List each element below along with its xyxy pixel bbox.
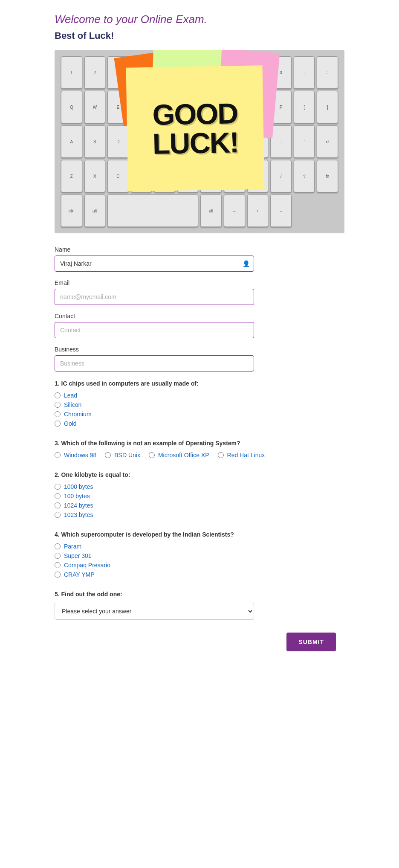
option-gold-label: Gold xyxy=(64,420,77,427)
page-header: Welcome to your Online Exam. Best of Luc… xyxy=(55,13,344,41)
radio-crayymp[interactable] xyxy=(55,572,61,578)
option-msoffice[interactable]: Microsoft Office XP xyxy=(149,452,209,459)
welcome-title: Welcome to your Online Exam. xyxy=(55,13,344,26)
key: ⇧ xyxy=(294,160,315,192)
radio-gold[interactable] xyxy=(55,421,61,427)
radio-100bytes[interactable] xyxy=(55,493,61,499)
question-2-text: 2. One kilobyte is equal to: xyxy=(55,471,344,478)
key: A xyxy=(61,125,82,158)
question-5-text: 5. Find out the odd one: xyxy=(55,591,344,598)
option-1023bytes[interactable]: 1023 bytes xyxy=(55,511,344,518)
radio-bsdunix[interactable] xyxy=(105,452,111,458)
question-2-options: 1000 bytes 100 bytes 1024 bytes 1023 byt… xyxy=(55,483,344,518)
key: ' xyxy=(294,125,315,158)
key: X xyxy=(84,160,106,192)
email-label: Email xyxy=(55,279,344,286)
key: Z xyxy=(61,160,82,192)
key: = xyxy=(317,56,338,89)
key: / xyxy=(270,160,292,192)
key: D xyxy=(107,125,129,158)
key: 1 xyxy=(61,56,82,89)
option-compaqpresario[interactable]: Compaq Presario xyxy=(55,562,344,569)
option-windows98[interactable]: Windows 98 xyxy=(55,452,96,459)
question-1-block: 1. IC chips used in computers are usuall… xyxy=(55,380,344,427)
radio-1024bytes[interactable] xyxy=(55,502,61,508)
questions-section: 1. IC chips used in computers are usuall… xyxy=(55,380,344,620)
radio-lead[interactable] xyxy=(55,392,61,398)
name-input[interactable] xyxy=(55,255,254,272)
option-windows98-label: Windows 98 xyxy=(64,452,96,459)
contact-label: Contact xyxy=(55,313,344,319)
question-5-select[interactable]: Please select your answer xyxy=(55,603,254,620)
submit-button[interactable]: SUBMIT xyxy=(286,633,336,651)
key: ctrl xyxy=(61,195,82,227)
key: ] xyxy=(317,91,338,123)
option-chromium-label: Chromium xyxy=(64,411,92,418)
radio-super301[interactable] xyxy=(55,553,61,559)
option-compaqpresario-label: Compaq Presario xyxy=(64,562,110,569)
question-3-block: 3. Which of the following is not an exam… xyxy=(55,440,344,459)
name-field-group: Name 👤 xyxy=(55,246,344,272)
option-lead-label: Lead xyxy=(64,392,77,399)
question-1-options: Lead Silicon Chromium Gold xyxy=(55,392,344,427)
business-field-group: Business xyxy=(55,346,344,372)
option-bsdunix[interactable]: BSD Unix xyxy=(105,452,140,459)
option-crayymp[interactable]: CRAY YMP xyxy=(55,571,344,578)
registration-form: Name 👤 Email Contact Business xyxy=(55,246,344,372)
option-1024bytes[interactable]: 1024 bytes xyxy=(55,502,344,509)
question-4-text: 4. Which supercomputer is developed by t… xyxy=(55,531,344,538)
option-super301[interactable]: Super 301 xyxy=(55,552,344,559)
option-1023bytes-label: 1023 bytes xyxy=(64,511,93,518)
option-msoffice-label: Microsoft Office XP xyxy=(158,452,209,459)
question-2-block: 2. One kilobyte is equal to: 1000 bytes … xyxy=(55,471,344,518)
radio-compaqpresario[interactable] xyxy=(55,562,61,568)
option-1000bytes[interactable]: 1000 bytes xyxy=(55,483,344,490)
option-bsdunix-label: BSD Unix xyxy=(114,452,140,459)
radio-silicon[interactable] xyxy=(55,402,61,408)
radio-chromium[interactable] xyxy=(55,411,61,417)
hero-image: 1 2 3 4 5 6 7 8 9 0 - = Q W E R T Y U I xyxy=(55,50,344,233)
best-luck-text: Best of Luck! xyxy=(55,30,344,41)
email-input[interactable] xyxy=(55,289,254,305)
key: → xyxy=(270,195,292,227)
option-gold[interactable]: Gold xyxy=(55,420,344,427)
question-4-options: Param Super 301 Compaq Presario CRAY YMP xyxy=(55,543,344,578)
option-lead[interactable]: Lead xyxy=(55,392,344,399)
email-field-group: Email xyxy=(55,279,344,305)
contact-field-group: Contact xyxy=(55,313,344,338)
option-100bytes[interactable]: 100 bytes xyxy=(55,493,344,499)
name-label: Name xyxy=(55,246,344,253)
contact-input[interactable] xyxy=(55,322,254,338)
option-param[interactable]: Param xyxy=(55,543,344,550)
welcome-text: Welcome to your xyxy=(55,13,141,26)
option-chromium[interactable]: Chromium xyxy=(55,411,344,418)
key: 2 xyxy=(84,56,106,89)
key: alt xyxy=(84,195,106,227)
person-icon: 👤 xyxy=(243,260,250,267)
option-redhat[interactable]: Red Hat Linux xyxy=(218,452,265,459)
welcome-highlight: Online Exam. xyxy=(141,13,207,26)
key: S xyxy=(84,125,106,158)
key: [ xyxy=(294,91,315,123)
key: ↵ xyxy=(317,125,338,158)
radio-1000bytes[interactable] xyxy=(55,484,61,490)
radio-redhat[interactable] xyxy=(218,452,224,458)
option-1024bytes-label: 1024 bytes xyxy=(64,502,93,509)
good-luck-text: GOODLUCK! xyxy=(152,99,239,158)
business-label: Business xyxy=(55,346,344,353)
key: ; xyxy=(270,125,292,158)
radio-windows98[interactable] xyxy=(55,452,61,458)
option-super301-label: Super 301 xyxy=(64,552,92,559)
business-input[interactable] xyxy=(55,355,254,372)
option-silicon[interactable]: Silicon xyxy=(55,401,344,408)
sticky-notes-container: GOODLUCK! xyxy=(127,67,272,203)
radio-msoffice[interactable] xyxy=(149,452,155,458)
question-3-options: Windows 98 BSD Unix Microsoft Office XP … xyxy=(55,452,344,459)
sticky-yellow: GOODLUCK! xyxy=(126,65,264,192)
option-crayymp-label: CRAY YMP xyxy=(64,571,95,578)
radio-1023bytes[interactable] xyxy=(55,512,61,518)
submit-section: SUBMIT xyxy=(55,633,344,651)
name-input-wrapper: 👤 xyxy=(55,255,254,272)
option-param-label: Param xyxy=(64,543,81,550)
radio-param[interactable] xyxy=(55,543,61,549)
